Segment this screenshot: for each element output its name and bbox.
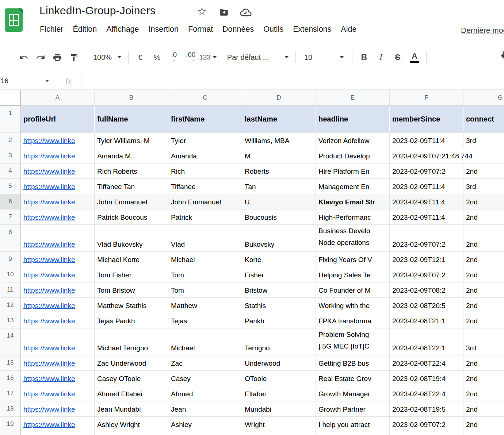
menu-item-extensions[interactable]: Extensions [288, 25, 336, 34]
cell-connect[interactable]: 2nd [463, 313, 504, 328]
cell-profileUrl[interactable]: https://www.linke [21, 267, 95, 282]
cell-firstName[interactable]: Zac [168, 355, 242, 371]
zoom-select[interactable]: 100% [89, 49, 125, 66]
cell-lastName[interactable]: Williams, MBA [242, 133, 316, 148]
cell-memberSince[interactable]: 2023-02-09T07:2 [390, 163, 463, 179]
font-size-select[interactable]: 10 [299, 49, 349, 66]
cell-headline[interactable] [316, 432, 390, 435]
cell-connect[interactable]: 3rd [463, 179, 504, 194]
cell-profileUrl[interactable]: https://www.linke [21, 298, 95, 313]
cell-firstName[interactable]: Jean [168, 401, 242, 417]
paint-format-icon[interactable] [66, 49, 83, 66]
profile-link[interactable]: https://www.linke [23, 240, 75, 249]
cell-firstName[interactable]: Amanda [168, 148, 242, 163]
cell-headline[interactable]: Growth Partner [316, 401, 390, 417]
cell-lastName[interactable]: Boucousis [242, 209, 316, 225]
cell-profileUrl[interactable]: https://www.linke [21, 163, 95, 179]
cell-memberSince[interactable]: 2023-02-09T07:2 [390, 225, 463, 252]
cell-headline[interactable]: Fixing Years Of V [316, 252, 390, 267]
cell-connect[interactable]: 2nd [463, 194, 504, 209]
cell-lastName[interactable]: Mundabi [242, 401, 316, 417]
cell-profileUrl[interactable]: https://www.linke [21, 252, 95, 267]
star-icon[interactable]: ☆ [197, 5, 207, 18]
cell-lastName[interactable]: Wright [242, 417, 316, 432]
row-header-19[interactable]: 19 [0, 417, 21, 432]
row-header-6[interactable]: 6 [0, 194, 21, 209]
cell-headline[interactable]: Verizon Adfellow [316, 133, 390, 148]
cell-connect[interactable]: 3rd [463, 328, 504, 355]
cell-profileUrl[interactable]: https://www.linke [21, 209, 95, 225]
column-header-G[interactable]: G [463, 90, 504, 106]
menu-item-format[interactable]: Format [183, 25, 218, 34]
cell-firstName[interactable]: John Emmanuel [168, 194, 242, 209]
menu-item-aide[interactable]: Aide [336, 25, 361, 34]
cell-headline[interactable]: Co Founder of M [316, 282, 390, 298]
cell-profileUrl[interactable]: https://www.linke [21, 313, 95, 328]
cell-profileUrl[interactable]: https://www.linke [21, 386, 95, 401]
cell-profileUrl[interactable]: https://www.linke [21, 371, 95, 386]
column-header-B[interactable]: B [95, 90, 168, 106]
row-header-17[interactable]: 17 [0, 386, 21, 401]
row-header-14[interactable]: 14 [0, 328, 21, 355]
row-header-18[interactable]: 18 [0, 401, 21, 417]
cell-connect[interactable]: 2nd [463, 163, 504, 179]
menu-item-edition[interactable]: Édition [68, 25, 102, 34]
cell-memberSince[interactable]: 2023-02-08T19:4 [390, 371, 463, 386]
header-cell-profileUrl[interactable]: profileUrl [21, 106, 95, 133]
cell-connect[interactable] [463, 432, 504, 435]
cell-fullName[interactable]: Vlad Bukovsky [95, 225, 168, 252]
cell-profileUrl[interactable]: https://www.linke [21, 282, 95, 298]
menu-item-outils[interactable]: Outils [259, 25, 288, 34]
row-header-5[interactable]: 5 [0, 179, 21, 194]
cell-fullName[interactable]: Tyler Williams, M [95, 133, 168, 148]
cell-profileUrl[interactable]: https://www.linke [21, 355, 95, 371]
profile-link[interactable]: https://www.linke [23, 271, 75, 279]
cell-memberSince[interactable]: 2023-02-09T11:4 [390, 179, 463, 194]
cell-lastName[interactable]: Stathis [242, 298, 316, 313]
cell-headline[interactable]: I help you attract [316, 417, 390, 432]
row-header-9[interactable]: 9 [0, 252, 21, 267]
profile-link[interactable]: https://www.linke [23, 434, 75, 435]
row-header-8[interactable]: 8 [0, 225, 21, 252]
cell-memberSince[interactable]: 2023-02-09T12:1 [390, 252, 463, 267]
cell-lastName[interactable]: Tan [242, 179, 316, 194]
cell-firstName[interactable]: Tom [168, 282, 242, 298]
profile-link[interactable]: https://www.linke [23, 390, 75, 398]
cell-firstName[interactable]: Tom [168, 267, 242, 282]
increase-decimal-button[interactable]: .00→ [182, 49, 199, 66]
column-header-C[interactable]: C [168, 90, 242, 106]
bold-button[interactable]: B [356, 49, 373, 66]
header-cell-connect[interactable]: connect [463, 106, 504, 133]
text-color-button[interactable]: A [406, 49, 423, 66]
cell-firstName[interactable]: Michael [168, 252, 242, 267]
cell-headline[interactable]: High-Performanc [316, 209, 390, 225]
cell-connect[interactable]: 2nd [463, 417, 504, 432]
cell-memberSince[interactable]: 2023-02-09T07:21:48.744 [390, 148, 463, 163]
row-header-20[interactable]: 20 [0, 432, 21, 435]
cell-connect[interactable]: 2nd [463, 355, 504, 371]
profile-link[interactable]: https://www.linke [23, 137, 75, 145]
cell-memberSince[interactable]: 2023-02-09T11:4 [390, 194, 463, 209]
cell-memberSince[interactable]: 2023-02-09T07:2 [390, 267, 463, 282]
cell-connect[interactable]: 2nd [463, 298, 504, 313]
redo-icon[interactable] [32, 49, 49, 66]
cell-profileUrl[interactable]: https://www.linke [21, 401, 95, 417]
cell-memberSince[interactable]: 2023-02-08T21:1 [390, 313, 463, 328]
cell-lastName[interactable]: Fisher [242, 267, 316, 282]
profile-link[interactable]: https://www.linke [23, 213, 75, 222]
cell-fullName[interactable]: Matthew Stathis [95, 298, 168, 313]
cell-memberSince[interactable]: 2023-02-08T22:4 [390, 355, 463, 371]
profile-link[interactable]: https://www.linke [23, 286, 75, 295]
cell-memberSince[interactable]: 2023-02-08T22:4 [390, 386, 463, 401]
cell-connect[interactable]: 2nd [463, 209, 504, 225]
cell-firstName[interactable]: Ahmed [168, 386, 242, 401]
cell-fullName[interactable]: Casey OToole [95, 371, 168, 386]
header-cell-firstName[interactable]: firstName [168, 106, 242, 133]
cell-profileUrl[interactable]: https://www.linke [21, 133, 95, 148]
row-header-7[interactable]: 7 [0, 209, 21, 225]
format-currency-button[interactable]: € [132, 49, 149, 66]
cell-profileUrl[interactable]: https://www.linke [21, 417, 95, 432]
cell-connect[interactable]: 2nd [463, 267, 504, 282]
fill-color-icon[interactable] [500, 51, 504, 62]
cell-memberSince[interactable]: 2023-02-09T07:2 [390, 417, 463, 432]
